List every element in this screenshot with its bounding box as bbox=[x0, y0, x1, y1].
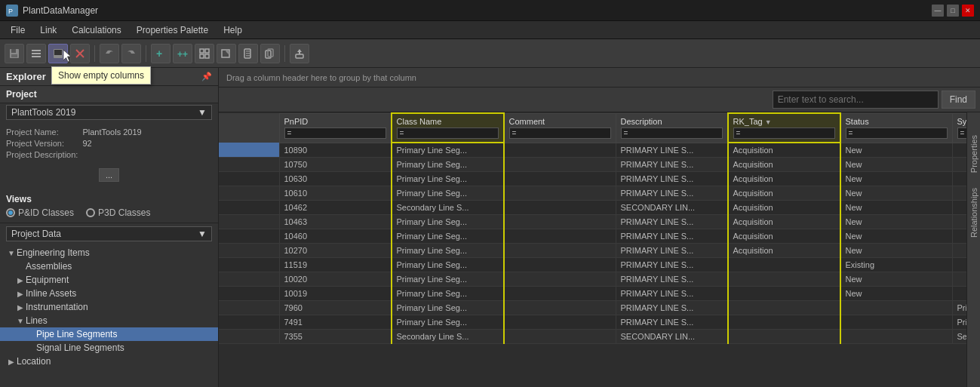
upload-button[interactable] bbox=[290, 44, 309, 63]
project-dropdown[interactable]: PlantTools 2019 ▼ bbox=[6, 105, 212, 120]
col-comment[interactable]: Comment bbox=[504, 113, 616, 143]
grid-button[interactable] bbox=[195, 44, 214, 63]
tree-item-equipment[interactable]: ▶ Equipment bbox=[0, 273, 218, 287]
data-dropdown[interactable]: Project Data ▼ bbox=[6, 226, 212, 241]
expander-location[interactable]: ▶ bbox=[6, 358, 17, 366]
expander-inline-assets[interactable]: ▶ bbox=[15, 290, 26, 298]
close-doc-button[interactable] bbox=[70, 44, 90, 63]
undo-button[interactable] bbox=[100, 44, 119, 63]
search-input[interactable] bbox=[773, 91, 939, 109]
cell-symbolname: Secondary Style bbox=[952, 330, 966, 344]
cell-pnpid: 10890 bbox=[279, 143, 392, 158]
menu-help[interactable]: Help bbox=[216, 23, 250, 37]
list-button[interactable] bbox=[26, 44, 46, 63]
table-row[interactable]: 10462Secondary Line S...SECONDARY LIN...… bbox=[219, 201, 966, 215]
table-row[interactable]: 10630Primary Line Seg...PRIMARY LINE S..… bbox=[219, 172, 966, 186]
radio-p3d-classes[interactable]: P3D Classes bbox=[86, 207, 150, 218]
tree-item-inline-assets[interactable]: ▶ Inline Assets bbox=[0, 287, 218, 300]
multi-doc-button[interactable] bbox=[260, 44, 280, 63]
cell-status: New bbox=[840, 215, 953, 229]
cell-comment bbox=[504, 258, 616, 272]
expander-lines[interactable]: ▼ bbox=[15, 317, 26, 325]
col-status[interactable]: Status bbox=[840, 113, 953, 143]
relationships-tab[interactable]: Relationships bbox=[969, 188, 978, 238]
redo-button[interactable] bbox=[121, 44, 141, 63]
cell-rk_tag bbox=[728, 301, 840, 315]
cell-description: PRIMARY LINE S... bbox=[616, 244, 728, 258]
project-dropdown-arrow: ▼ bbox=[198, 107, 207, 118]
tree-item-instrumentation[interactable]: ▶ Instrumentation bbox=[0, 300, 218, 314]
cell-pnpid: 10020 bbox=[279, 272, 392, 287]
row-indicator bbox=[219, 272, 279, 287]
filter-classname[interactable] bbox=[397, 127, 499, 139]
filter-status[interactable] bbox=[846, 127, 948, 139]
col-symbolname-label: Symbol Name bbox=[957, 117, 967, 126]
data-grid[interactable]: PnPID Class Name Comment bbox=[219, 112, 966, 387]
cell-classname: Primary Line Seg... bbox=[392, 301, 504, 315]
col-rk-tag[interactable]: RK_Tag ▼ bbox=[728, 113, 840, 143]
save-button[interactable] bbox=[5, 44, 24, 63]
svg-rect-7 bbox=[32, 56, 41, 57]
tree-item-engineering-items[interactable]: ▼ Engineering Items bbox=[0, 246, 218, 260]
pin-icon[interactable]: 📌 bbox=[201, 72, 212, 81]
table-row[interactable]: 10610Primary Line Seg...PRIMARY LINE S..… bbox=[219, 186, 966, 201]
svg-rect-17 bbox=[200, 54, 204, 58]
radio-pid-classes[interactable]: P&ID Classes bbox=[6, 207, 74, 218]
more-button[interactable]: ... bbox=[99, 168, 119, 182]
menu-properties-palette[interactable]: Properties Palette bbox=[129, 23, 216, 37]
expander-engineering-items[interactable]: ▼ bbox=[6, 249, 17, 257]
menu-file[interactable]: File bbox=[3, 23, 32, 37]
table-row[interactable]: 10019Primary Line Seg...PRIMARY LINE S..… bbox=[219, 287, 966, 301]
col-classname[interactable]: Class Name bbox=[392, 113, 504, 143]
col-symbolname[interactable]: Symbol Name bbox=[952, 113, 966, 143]
expander-instrumentation[interactable]: ▶ bbox=[15, 303, 26, 312]
add-multi-button[interactable]: ++ bbox=[173, 44, 192, 63]
cell-status: New bbox=[840, 229, 953, 244]
tree-item-location[interactable]: ▶ Location bbox=[0, 355, 218, 368]
tree-item-signal-line-segments[interactable]: Signal Line Segments bbox=[0, 341, 218, 355]
find-button[interactable]: Find bbox=[942, 91, 975, 109]
row-indicator-header bbox=[219, 113, 279, 143]
table-row[interactable]: 10890Primary Line Seg...PRIMARY LINE S..… bbox=[219, 143, 966, 158]
cell-symbolname bbox=[952, 186, 966, 201]
table-row[interactable]: 7355Secondary Line S...SECONDARY LIN...S… bbox=[219, 330, 966, 344]
minimize-button[interactable]: — bbox=[932, 5, 944, 17]
table-row[interactable]: 10020Primary Line Seg...PRIMARY LINE S..… bbox=[219, 272, 966, 287]
expander-equipment[interactable]: ▶ bbox=[15, 276, 26, 284]
table-row[interactable]: 11519Primary Line Seg...PRIMARY LINE S..… bbox=[219, 258, 966, 272]
tooltip-show-empty-columns: Show empty columns bbox=[51, 66, 151, 84]
filter-rk-tag[interactable] bbox=[733, 127, 835, 139]
assemblies-label: Assemblies bbox=[26, 261, 218, 272]
current-button[interactable] bbox=[48, 44, 68, 63]
cell-pnpid: 10019 bbox=[279, 287, 392, 301]
filter-comment[interactable] bbox=[509, 127, 611, 139]
tree-item-pipe-line-segments[interactable]: Pipe Line Segments bbox=[0, 327, 218, 341]
menu-calculations[interactable]: Calculations bbox=[64, 23, 128, 37]
col-description[interactable]: Description bbox=[616, 113, 728, 143]
edit-button[interactable] bbox=[217, 44, 236, 63]
svg-rect-26 bbox=[296, 54, 303, 58]
table-row[interactable]: 7960Primary Line Seg...PRIMARY LINE S...… bbox=[219, 301, 966, 315]
table-row[interactable]: 7491Primary Line Seg...PRIMARY LINE S...… bbox=[219, 315, 966, 330]
col-pnpid[interactable]: PnPID bbox=[279, 113, 392, 143]
table-row[interactable]: 10463Primary Line Seg...PRIMARY LINE S..… bbox=[219, 215, 966, 229]
radio-p3d-label: P3D Classes bbox=[98, 207, 150, 218]
column-header-row: PnPID Class Name Comment bbox=[219, 113, 966, 143]
table-row[interactable]: 10750Primary Line Seg...PRIMARY LINE S..… bbox=[219, 158, 966, 172]
table-row[interactable]: 10460Primary Line Seg...PRIMARY LINE S..… bbox=[219, 229, 966, 244]
doc-button[interactable] bbox=[238, 44, 258, 63]
tree-item-assemblies[interactable]: Assemblies bbox=[0, 260, 218, 273]
restore-button[interactable]: □ bbox=[947, 5, 959, 17]
add-button[interactable]: + bbox=[151, 44, 171, 63]
table-row[interactable]: 10270Primary Line Seg...PRIMARY LINE S..… bbox=[219, 244, 966, 258]
filter-description[interactable] bbox=[621, 127, 723, 139]
data-dropdown-arrow: ▼ bbox=[198, 229, 207, 239]
rk-tag-sort-icon[interactable]: ▼ bbox=[765, 118, 772, 126]
filter-symbolname[interactable] bbox=[957, 127, 967, 139]
filter-pnpid[interactable] bbox=[284, 127, 386, 139]
tree-item-lines[interactable]: ▼ Lines bbox=[0, 314, 218, 327]
properties-tab[interactable]: Properties bbox=[969, 135, 978, 173]
close-button[interactable]: ✕ bbox=[962, 5, 974, 17]
row-indicator bbox=[219, 201, 279, 215]
menu-link[interactable]: Link bbox=[32, 23, 64, 37]
